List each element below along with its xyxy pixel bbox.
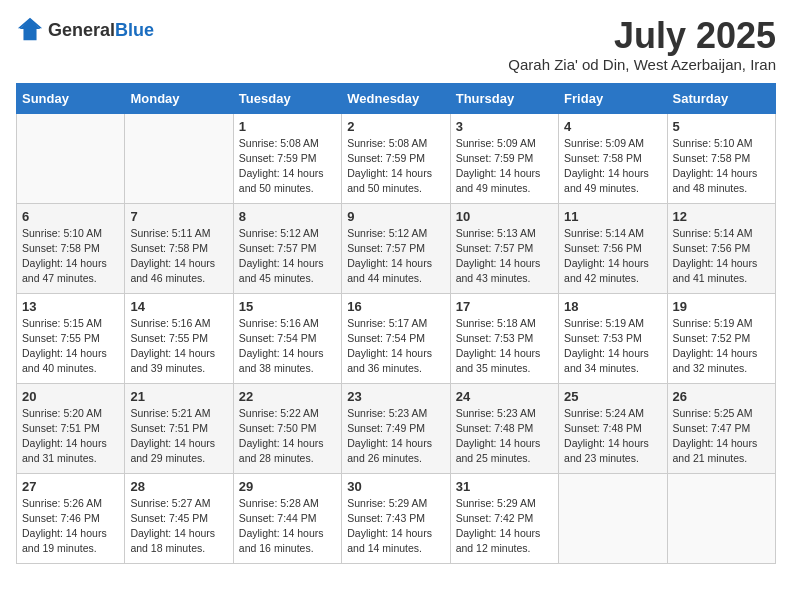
calendar-cell: 15Sunrise: 5:16 AMSunset: 7:54 PMDayligh… [233,293,341,383]
calendar-cell: 28Sunrise: 5:27 AMSunset: 7:45 PMDayligh… [125,473,233,563]
page-header: GeneralBlue July 2025 Qarah Zia' od Din,… [16,16,776,73]
calendar-week-row: 13Sunrise: 5:15 AMSunset: 7:55 PMDayligh… [17,293,776,383]
calendar-cell: 23Sunrise: 5:23 AMSunset: 7:49 PMDayligh… [342,383,450,473]
day-number: 29 [239,479,336,494]
day-number: 13 [22,299,119,314]
calendar-cell: 13Sunrise: 5:15 AMSunset: 7:55 PMDayligh… [17,293,125,383]
day-number: 8 [239,209,336,224]
calendar-week-row: 27Sunrise: 5:26 AMSunset: 7:46 PMDayligh… [17,473,776,563]
day-number: 5 [673,119,770,134]
calendar-week-row: 6Sunrise: 5:10 AMSunset: 7:58 PMDaylight… [17,203,776,293]
weekday-header-thursday: Thursday [450,83,558,113]
calendar-cell: 25Sunrise: 5:24 AMSunset: 7:48 PMDayligh… [559,383,667,473]
day-info: Sunrise: 5:08 AMSunset: 7:59 PMDaylight:… [239,136,336,197]
calendar-cell: 5Sunrise: 5:10 AMSunset: 7:58 PMDaylight… [667,113,775,203]
calendar-cell [125,113,233,203]
day-number: 20 [22,389,119,404]
day-info: Sunrise: 5:09 AMSunset: 7:59 PMDaylight:… [456,136,553,197]
calendar-cell [559,473,667,563]
day-number: 3 [456,119,553,134]
calendar-cell: 7Sunrise: 5:11 AMSunset: 7:58 PMDaylight… [125,203,233,293]
day-number: 15 [239,299,336,314]
weekday-header-sunday: Sunday [17,83,125,113]
weekday-header-row: SundayMondayTuesdayWednesdayThursdayFrid… [17,83,776,113]
day-number: 10 [456,209,553,224]
day-info: Sunrise: 5:13 AMSunset: 7:57 PMDaylight:… [456,226,553,287]
logo-text: GeneralBlue [48,20,154,41]
day-number: 24 [456,389,553,404]
day-info: Sunrise: 5:19 AMSunset: 7:53 PMDaylight:… [564,316,661,377]
day-info: Sunrise: 5:28 AMSunset: 7:44 PMDaylight:… [239,496,336,557]
calendar-cell: 17Sunrise: 5:18 AMSunset: 7:53 PMDayligh… [450,293,558,383]
day-number: 18 [564,299,661,314]
calendar-cell: 20Sunrise: 5:20 AMSunset: 7:51 PMDayligh… [17,383,125,473]
calendar-table: SundayMondayTuesdayWednesdayThursdayFrid… [16,83,776,564]
day-info: Sunrise: 5:20 AMSunset: 7:51 PMDaylight:… [22,406,119,467]
calendar-cell: 6Sunrise: 5:10 AMSunset: 7:58 PMDaylight… [17,203,125,293]
title-area: July 2025 Qarah Zia' od Din, West Azerba… [508,16,776,73]
day-number: 7 [130,209,227,224]
day-info: Sunrise: 5:19 AMSunset: 7:52 PMDaylight:… [673,316,770,377]
day-info: Sunrise: 5:22 AMSunset: 7:50 PMDaylight:… [239,406,336,467]
day-info: Sunrise: 5:14 AMSunset: 7:56 PMDaylight:… [564,226,661,287]
day-number: 17 [456,299,553,314]
calendar-cell: 1Sunrise: 5:08 AMSunset: 7:59 PMDaylight… [233,113,341,203]
day-info: Sunrise: 5:23 AMSunset: 7:48 PMDaylight:… [456,406,553,467]
calendar-cell: 9Sunrise: 5:12 AMSunset: 7:57 PMDaylight… [342,203,450,293]
day-number: 21 [130,389,227,404]
calendar-cell: 12Sunrise: 5:14 AMSunset: 7:56 PMDayligh… [667,203,775,293]
day-info: Sunrise: 5:15 AMSunset: 7:55 PMDaylight:… [22,316,119,377]
calendar-cell: 21Sunrise: 5:21 AMSunset: 7:51 PMDayligh… [125,383,233,473]
day-number: 27 [22,479,119,494]
calendar-cell: 10Sunrise: 5:13 AMSunset: 7:57 PMDayligh… [450,203,558,293]
weekday-header-wednesday: Wednesday [342,83,450,113]
day-number: 26 [673,389,770,404]
calendar-cell: 22Sunrise: 5:22 AMSunset: 7:50 PMDayligh… [233,383,341,473]
day-number: 6 [22,209,119,224]
calendar-cell: 29Sunrise: 5:28 AMSunset: 7:44 PMDayligh… [233,473,341,563]
day-info: Sunrise: 5:29 AMSunset: 7:43 PMDaylight:… [347,496,444,557]
calendar-cell: 14Sunrise: 5:16 AMSunset: 7:55 PMDayligh… [125,293,233,383]
day-info: Sunrise: 5:16 AMSunset: 7:55 PMDaylight:… [130,316,227,377]
svg-marker-0 [20,20,41,41]
logo: GeneralBlue [16,16,154,44]
weekday-header-tuesday: Tuesday [233,83,341,113]
day-info: Sunrise: 5:17 AMSunset: 7:54 PMDaylight:… [347,316,444,377]
calendar-cell: 27Sunrise: 5:26 AMSunset: 7:46 PMDayligh… [17,473,125,563]
day-number: 14 [130,299,227,314]
calendar-cell [667,473,775,563]
calendar-cell: 11Sunrise: 5:14 AMSunset: 7:56 PMDayligh… [559,203,667,293]
day-number: 31 [456,479,553,494]
day-number: 16 [347,299,444,314]
day-info: Sunrise: 5:25 AMSunset: 7:47 PMDaylight:… [673,406,770,467]
day-info: Sunrise: 5:26 AMSunset: 7:46 PMDaylight:… [22,496,119,557]
day-number: 19 [673,299,770,314]
day-number: 2 [347,119,444,134]
day-number: 30 [347,479,444,494]
calendar-cell: 4Sunrise: 5:09 AMSunset: 7:58 PMDaylight… [559,113,667,203]
day-number: 22 [239,389,336,404]
day-info: Sunrise: 5:09 AMSunset: 7:58 PMDaylight:… [564,136,661,197]
day-info: Sunrise: 5:12 AMSunset: 7:57 PMDaylight:… [347,226,444,287]
day-info: Sunrise: 5:23 AMSunset: 7:49 PMDaylight:… [347,406,444,467]
month-title: July 2025 [508,16,776,56]
weekday-header-friday: Friday [559,83,667,113]
day-info: Sunrise: 5:12 AMSunset: 7:57 PMDaylight:… [239,226,336,287]
day-number: 12 [673,209,770,224]
weekday-header-monday: Monday [125,83,233,113]
day-number: 28 [130,479,227,494]
day-info: Sunrise: 5:24 AMSunset: 7:48 PMDaylight:… [564,406,661,467]
day-info: Sunrise: 5:11 AMSunset: 7:58 PMDaylight:… [130,226,227,287]
logo-icon [16,16,44,44]
location-title: Qarah Zia' od Din, West Azerbaijan, Iran [508,56,776,73]
calendar-cell: 19Sunrise: 5:19 AMSunset: 7:52 PMDayligh… [667,293,775,383]
calendar-cell: 8Sunrise: 5:12 AMSunset: 7:57 PMDaylight… [233,203,341,293]
day-number: 9 [347,209,444,224]
weekday-header-saturday: Saturday [667,83,775,113]
day-number: 11 [564,209,661,224]
day-number: 25 [564,389,661,404]
calendar-week-row: 20Sunrise: 5:20 AMSunset: 7:51 PMDayligh… [17,383,776,473]
calendar-cell: 18Sunrise: 5:19 AMSunset: 7:53 PMDayligh… [559,293,667,383]
calendar-cell: 2Sunrise: 5:08 AMSunset: 7:59 PMDaylight… [342,113,450,203]
day-info: Sunrise: 5:16 AMSunset: 7:54 PMDaylight:… [239,316,336,377]
